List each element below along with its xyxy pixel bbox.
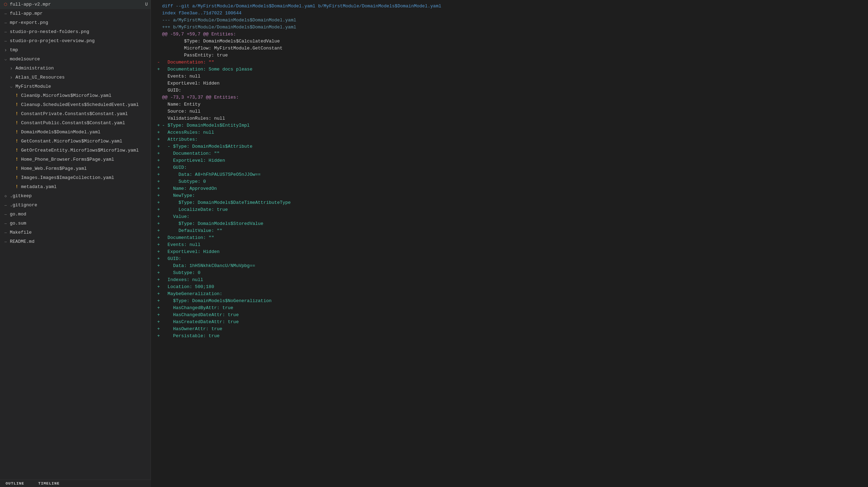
sidebar-item-constant-private[interactable]: !ConstantPrivate.Constants$Constant.yaml [0, 109, 151, 119]
diff-line-context: Microflow: MyFirstModule.GetConstant [151, 45, 868, 52]
diff-line-context: $Type: DomainModels$CalculatedValue [151, 38, 868, 45]
sidebar: ⬡full-app-v2.mprU—full-app.mpr—mpr-expor… [0, 0, 151, 487]
diff-line-added: + Documentation: Some docs please [151, 66, 868, 73]
diff-content: $Type: DomainModels$NoGeneralization [162, 298, 272, 305]
diff-prefix: + [155, 319, 162, 326]
diff-line-context: Source: null [151, 108, 868, 115]
diff-line-added: +- $Type: DomainModels$EntityImpl [151, 122, 868, 129]
diff-prefix: + [155, 150, 162, 157]
diff-content: Name: Entity [162, 101, 200, 108]
file-label: README.md [10, 238, 34, 246]
diff-content: - $Type: DomainModels$EntityImpl [162, 122, 250, 129]
diff-content: Source: null [162, 108, 200, 115]
diff-content: GUID: [162, 255, 181, 262]
sidebar-item-atlas-ui-resources[interactable]: ›Atlas_UI_Resources [0, 73, 151, 82]
diff-content: --- a/MyFirstModule/DomainModels$DomainM… [162, 17, 296, 24]
sidebar-item-metadata[interactable]: !metadata.yaml [0, 182, 151, 192]
diff-prefix [155, 80, 162, 87]
diff-line-added: + LocalizeDate: true [151, 206, 868, 213]
diff-prefix: + [155, 276, 162, 283]
file-icon: — [3, 29, 8, 35]
exclamation-icon: ! [14, 148, 20, 153]
diff-prefix [155, 45, 162, 52]
diff-prefix: + [155, 241, 162, 248]
bottom-bar: OUTLINE TIMELINE [0, 480, 151, 487]
sidebar-item-makefile[interactable]: —Makefile [0, 228, 151, 237]
diff-content: PassEntity: true [162, 52, 228, 59]
sidebar-item-go-sum[interactable]: —go.sum [0, 219, 151, 228]
exclamation-icon: ! [14, 102, 20, 108]
diff-content: - $Type: DomainModels$Attribute [162, 143, 252, 150]
sidebar-item-gitignore[interactable]: —.gitignore [0, 201, 151, 210]
diff-line-added: + Documentation: "" [151, 234, 868, 241]
sidebar-item-get-constant[interactable]: !GetConstant.Microflows$Microflow.yaml [0, 137, 151, 146]
sidebar-item-get-or-create[interactable]: !GetOrCreateEntity.Microflows$Microflow.… [0, 146, 151, 155]
diff-line-context: Events: null [151, 73, 868, 80]
diff-line-context: PassEntity: true [151, 52, 868, 59]
diff-content: @@ -59,7 +59,7 @@ Entities: [162, 31, 236, 38]
file-label: metadata.yaml [21, 183, 56, 191]
exclamation-icon: ! [14, 129, 20, 135]
sidebar-item-cleanup-scheduled[interactable]: !Cleanup.ScheduledEvents$ScheduledEvent.… [0, 100, 151, 109]
diff-line-context: ValidationRules: null [151, 115, 868, 122]
sidebar-item-readme[interactable]: —README.md [0, 237, 151, 246]
diff-content: Indexes: null [162, 276, 203, 283]
sidebar-item-cleanup-microflows[interactable]: !CleanUp.Microflows$Microflow.yaml [0, 91, 151, 100]
file-label: Home_Web.Forms$Page.yaml [21, 165, 87, 173]
sidebar-item-modelsource[interactable]: ⌵modelsource [0, 55, 151, 64]
sidebar-item-full-app-v2-mpr[interactable]: ⬡full-app-v2.mprU [0, 0, 151, 9]
diff-prefix: + [155, 122, 162, 129]
diff-content: Subtype: 0 [162, 269, 200, 276]
diff-line-added: + Data: 1hH5NkhkC0ancU/NMuVpbg== [151, 262, 868, 269]
diff-line-added: + Documentation: "" [151, 150, 868, 157]
diff-line-added: + NewType: [151, 192, 868, 199]
diff-prefix [155, 87, 162, 94]
diff-line-meta: --- a/MyFirstModule/DomainModels$DomainM… [151, 17, 868, 24]
diff-line-added: + Persistable: true [151, 333, 868, 340]
sidebar-item-home-web[interactable]: !Home_Web.Forms$Page.yaml [0, 164, 151, 173]
diff-line-added: + ExportLevel: Hidden [151, 157, 868, 164]
sidebar-item-gitkeep[interactable]: ◇.gitkeep [0, 192, 151, 201]
timeline-tab[interactable]: TIMELINE [33, 480, 65, 487]
diff-line-added: + Attributes: [151, 136, 868, 143]
file-label: MyFirstModule [15, 83, 51, 91]
diff-prefix: + [155, 234, 162, 241]
sidebar-item-studio-pro-project-overview[interactable]: —studio-pro-project-overview.png [0, 36, 151, 46]
diff-content: MaybeGeneralization: [162, 291, 222, 298]
sidebar-item-images[interactable]: !Images.Images$ImageCollection.yaml [0, 173, 151, 182]
exclamation-icon: ! [14, 166, 20, 172]
sidebar-item-mpr-export-png[interactable]: —mpr-export.png [0, 18, 151, 27]
diff-line-hunk: @@ -73,3 +73,37 @@ Entities: [151, 94, 868, 101]
diff-line-context: ExportLevel: Hidden [151, 80, 868, 87]
file-label: ConstantPublic.Constants$Constant.yaml [21, 119, 125, 127]
sidebar-item-full-app-mpr[interactable]: —full-app.mpr [0, 9, 151, 18]
sidebar-item-go-mod[interactable]: —go.mod [0, 210, 151, 219]
exclamation-icon: ! [14, 93, 20, 99]
sidebar-item-myfirstmodule[interactable]: ⌵MyFirstModule [0, 82, 151, 91]
sidebar-item-tmp[interactable]: ›tmp [0, 46, 151, 55]
sidebar-item-studio-pro-nested-folders[interactable]: —studio-pro-nested-folders.png [0, 27, 151, 36]
diff-content: Data: 1hH5NkhkC0ancU/NMuVpbg== [162, 262, 255, 269]
diff-content: Documentation: "" [162, 150, 220, 157]
diff-content: ExportLevel: Hidden [162, 248, 220, 255]
diff-prefix: + [155, 178, 162, 185]
diff-content: AccessRules: null [162, 129, 214, 136]
diff-line-header: index f3ee3ae..71d7022 100644 [151, 10, 868, 17]
sidebar-item-home-phone[interactable]: !Home_Phone_Browser.Forms$Page.yaml [0, 155, 151, 164]
file-icon: — [3, 202, 8, 208]
diff-content: HasChangedByAttr: true [162, 305, 233, 312]
diff-line-added: + GUID: [151, 255, 868, 262]
diff-line-added: + $Type: DomainModels$StoredValue [151, 220, 868, 227]
sidebar-item-domain-models[interactable]: !DomainModels$DomainModel.yaml [0, 128, 151, 137]
file-tree: ⬡full-app-v2.mprU—full-app.mpr—mpr-expor… [0, 0, 151, 246]
diff-content: DefaultValue: "" [162, 227, 222, 234]
diff-line-added: + - $Type: DomainModels$Attribute [151, 143, 868, 150]
sidebar-item-administration[interactable]: ›Administration [0, 64, 151, 73]
diff-line-added: + Data: A8+hFhPALUS7SPeO5nJJOw== [151, 171, 868, 178]
file-label: modelsource [10, 55, 40, 63]
diff-line-added: + Indexes: null [151, 276, 868, 283]
diff-content: Events: null [162, 241, 200, 248]
outline-tab[interactable]: OUTLINE [0, 480, 30, 487]
diff-content: GUID: [162, 87, 181, 94]
sidebar-item-constant-public[interactable]: !ConstantPublic.Constants$Constant.yaml [0, 119, 151, 128]
